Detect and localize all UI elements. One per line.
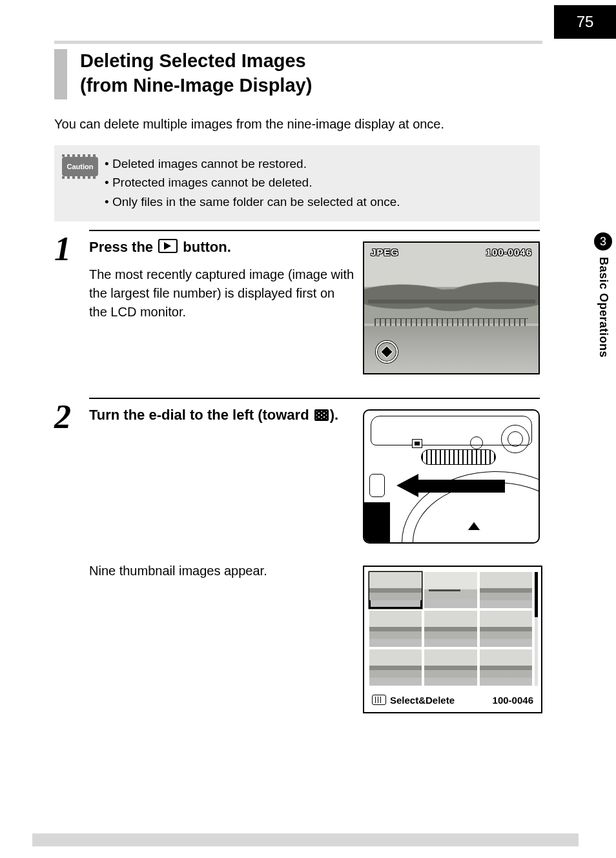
up-triangle-icon bbox=[467, 522, 480, 531]
caution-item: Deleted images cannot be restored. bbox=[105, 154, 528, 173]
magnify-icon bbox=[470, 436, 483, 449]
caution-item: Only files in the same folder can be sel… bbox=[105, 192, 528, 211]
chapter-label: Basic Operations bbox=[597, 257, 610, 358]
footer-bar bbox=[32, 833, 579, 846]
title-accent-bar bbox=[54, 49, 67, 99]
step-rule bbox=[89, 398, 540, 399]
lcd-format-label: JPEG bbox=[371, 247, 399, 258]
caution-box: Caution Deleted images cannot be restore… bbox=[54, 145, 540, 221]
section-title: Deleting Selected Images (from Nine-Imag… bbox=[54, 49, 312, 99]
trash-icon bbox=[372, 695, 386, 705]
step-heading: Turn the e-dial to the left (toward ). bbox=[89, 405, 355, 425]
thumbnail-cell bbox=[424, 572, 477, 608]
heading-text: ). bbox=[330, 407, 338, 423]
playback-button-icon bbox=[158, 239, 178, 253]
caution-badge: Caution bbox=[62, 157, 98, 176]
camera-control-illustration bbox=[363, 409, 540, 544]
intro-text: You can delete multiple images from the … bbox=[54, 117, 539, 132]
step-number: 1 bbox=[54, 238, 89, 261]
title-line-1: Deleting Selected Images bbox=[80, 49, 312, 74]
thumbnail-cell bbox=[480, 649, 532, 686]
step-description: The most recently captured image (image … bbox=[89, 265, 355, 322]
thumbnail-scrollbar bbox=[535, 572, 538, 686]
thumbnail-cell bbox=[369, 611, 422, 647]
step-heading: Press the button. bbox=[89, 238, 355, 257]
chapter-tab: 3 Basic Operations bbox=[590, 232, 616, 358]
thumbnail-cell bbox=[424, 611, 477, 647]
thumbnail-cell-selected bbox=[369, 572, 422, 608]
step-number: 2 bbox=[54, 405, 89, 429]
chapter-number-badge: 3 bbox=[594, 232, 612, 250]
header-rule bbox=[54, 41, 542, 44]
page-number: 75 bbox=[554, 5, 616, 39]
footer-file-number: 100-0046 bbox=[493, 695, 533, 706]
e-dial-icon bbox=[421, 449, 496, 465]
heading-text: button. bbox=[183, 239, 231, 255]
nine-image-icon bbox=[314, 409, 329, 421]
caution-item: Protected images cannot be deleted. bbox=[105, 173, 528, 192]
thumbnail-cell bbox=[369, 649, 422, 686]
step-description: Nine thumbnail images appear. bbox=[89, 562, 355, 580]
lcd-file-number: 100-0046 bbox=[486, 247, 532, 258]
thumbnail-cell bbox=[424, 649, 477, 686]
lcd-preview-illustration: JPEG 100-0046 bbox=[363, 241, 540, 374]
focus-point-icon bbox=[376, 341, 398, 363]
title-line-2: (from Nine-Image Display) bbox=[80, 74, 312, 98]
footer-action-label: Select&Delete bbox=[390, 695, 455, 706]
heading-text: Press the bbox=[89, 239, 157, 255]
heading-text: Turn the e-dial to the left (toward bbox=[89, 407, 313, 423]
thumbnail-cell bbox=[480, 611, 532, 647]
mode-dial-icon bbox=[501, 425, 529, 453]
thumbnail-cell bbox=[480, 572, 532, 608]
thumbnail-button-icon bbox=[412, 439, 422, 448]
nine-thumbnail-screen: Select&Delete 100-0046 bbox=[363, 566, 542, 713]
step-2: 2 Turn the e-dial to the left (toward ). bbox=[54, 398, 540, 713]
step-rule bbox=[89, 230, 540, 231]
step-1: 1 Press the button. The most recently ca… bbox=[54, 230, 540, 374]
